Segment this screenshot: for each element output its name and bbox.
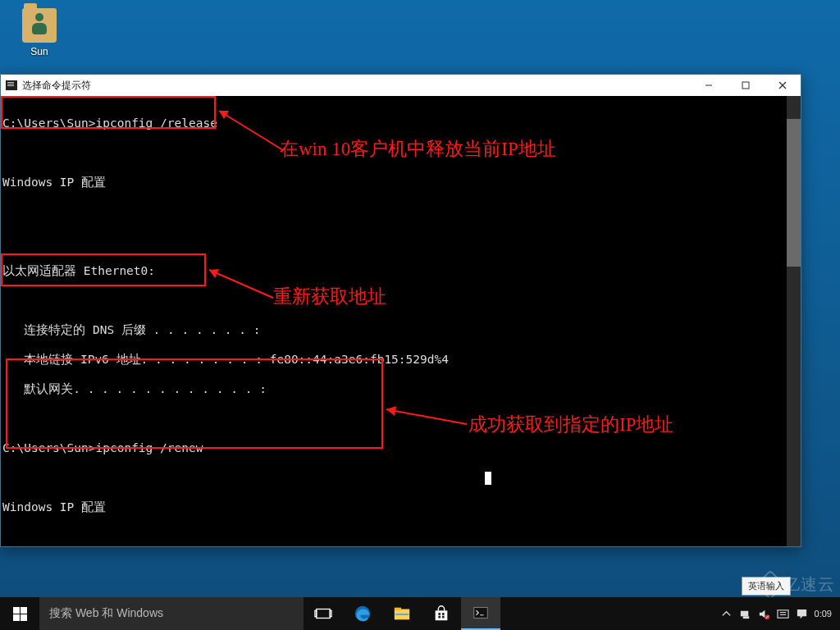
- svg-rect-16: [330, 610, 331, 616]
- network-icon[interactable]: [739, 608, 751, 620]
- svg-rect-27: [740, 610, 747, 616]
- svg-rect-31: [778, 609, 788, 617]
- release-dns: 连接特定的 DNS 后缀 . . . . . . . :: [2, 322, 801, 337]
- svg-rect-12: [13, 614, 20, 621]
- minimize-button[interactable]: [690, 75, 727, 96]
- volume-icon[interactable]: [758, 608, 770, 620]
- taskbar: 搜索 Web 和 Windows: [0, 597, 840, 630]
- svg-rect-24: [438, 616, 441, 619]
- task-view-button[interactable]: [304, 597, 343, 630]
- window-title: 选择命令提示符: [22, 79, 91, 93]
- svg-rect-13: [21, 614, 27, 621]
- annotation-renew: 重新获取地址: [273, 290, 386, 304]
- taskbar-pinned: [304, 597, 500, 630]
- watermark: 亿速云: [760, 573, 835, 596]
- desktop-icon-label: Sun: [13, 46, 66, 57]
- svg-rect-21: [436, 610, 448, 620]
- cmd-renew: C:\Users\Sun>ipconfig /renew: [2, 441, 801, 455]
- watermark-text: 亿速云: [783, 573, 835, 596]
- action-center-icon[interactable]: [796, 608, 808, 620]
- svg-rect-20: [395, 614, 409, 615]
- cmd-release: C:\Users\Sun>ipconfig /release: [2, 116, 801, 130]
- search-placeholder: 搜索 Web 和 Windows: [49, 606, 163, 621]
- highlight-box-results: [6, 358, 383, 449]
- cmd-icon: [6, 80, 17, 90]
- release-gateway: 默认网关. . . . . . . . . . . . . :: [2, 381, 801, 396]
- store-icon: [432, 605, 450, 623]
- adapter-header: 以太网适配器 Ethernet0:: [2, 263, 801, 278]
- command-prompt-window: 选择命令提示符 C:\Users\Sun>ipconfig /release W…: [0, 74, 801, 547]
- folder-user-icon: [22, 8, 57, 43]
- taskbar-clock[interactable]: 0:09: [815, 609, 832, 619]
- svg-rect-14: [317, 609, 331, 619]
- text-cursor: [485, 472, 491, 485]
- ime-icon[interactable]: [777, 608, 789, 620]
- edge-icon: [354, 605, 372, 623]
- folder-icon: [393, 605, 411, 623]
- cmd-taskbar-button[interactable]: [461, 597, 500, 630]
- task-view-icon: [314, 605, 332, 623]
- file-explorer-button[interactable]: [382, 597, 422, 630]
- close-button[interactable]: [764, 75, 801, 96]
- svg-rect-11: [21, 607, 27, 614]
- start-button[interactable]: [0, 597, 39, 630]
- maximize-button[interactable]: [727, 75, 764, 96]
- svg-rect-1: [742, 82, 749, 89]
- release-ipv6: 本地链接 IPv6 地址. . . . . . . . : fe80::44:a…: [2, 352, 801, 367]
- tray-chevron-up-icon[interactable]: [720, 608, 733, 620]
- ip-config-header-2: Windows IP 配置: [2, 500, 801, 514]
- desktop-user-folder[interactable]: Sun: [13, 8, 66, 57]
- desktop: Sun 选择命令提示符 C:\Users\Sun>ipconfig /relea…: [0, 0, 840, 630]
- store-button[interactable]: [422, 597, 461, 630]
- cmd-taskbar-icon: [472, 604, 490, 622]
- svg-rect-10: [13, 607, 20, 614]
- windows-logo-icon: [13, 607, 27, 621]
- edge-browser-button[interactable]: [343, 597, 382, 630]
- annotation-release: 在win 10客户机中释放当前IP地址: [280, 142, 556, 157]
- svg-rect-28: [742, 616, 749, 619]
- svg-rect-15: [315, 610, 317, 616]
- annotation-result: 成功获取到指定的IP地址: [468, 418, 673, 432]
- scrollbar-thumb[interactable]: [787, 119, 801, 267]
- taskbar-search[interactable]: 搜索 Web 和 Windows: [39, 597, 304, 630]
- ip-config-header: Windows IP 配置: [2, 175, 801, 189]
- svg-rect-19: [395, 608, 401, 611]
- window-titlebar[interactable]: 选择命令提示符: [1, 75, 801, 96]
- svg-rect-26: [474, 608, 488, 619]
- svg-rect-22: [438, 613, 441, 615]
- svg-rect-23: [442, 613, 445, 615]
- watermark-icon: [756, 569, 786, 600]
- terminal-output[interactable]: C:\Users\Sun>ipconfig /release Windows I…: [1, 96, 801, 546]
- system-tray: 0:09: [712, 597, 840, 630]
- svg-rect-25: [442, 616, 445, 619]
